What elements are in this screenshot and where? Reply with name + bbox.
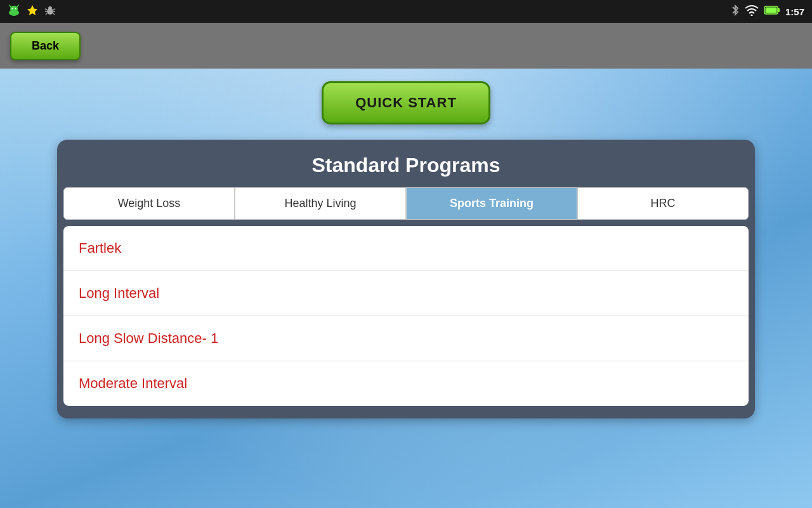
quick-start-button[interactable]: QUICK START: [322, 81, 490, 124]
bluetooth-icon: [731, 4, 740, 19]
programs-title: Standard Programs: [57, 140, 755, 187]
status-time: 1:57: [785, 6, 804, 17]
list-item-long-slow-distance[interactable]: Long Slow Distance- 1: [63, 316, 749, 361]
svg-line-3: [17, 5, 18, 7]
svg-line-10: [53, 9, 55, 10]
svg-line-14: [53, 13, 55, 15]
status-right-icons: 1:57: [731, 4, 804, 19]
tab-hrc[interactable]: HRC: [577, 187, 749, 220]
tab-weight-loss[interactable]: Weight Loss: [63, 187, 235, 220]
status-left-icons: [8, 4, 56, 19]
svg-point-4: [12, 8, 13, 10]
status-bar: 1:57: [0, 0, 812, 23]
svg-point-5: [15, 8, 16, 10]
svg-line-2: [10, 5, 11, 7]
battery-icon: [764, 5, 780, 18]
back-button[interactable]: Back: [10, 32, 81, 60]
svg-point-15: [750, 15, 752, 17]
star-icon: [27, 4, 38, 18]
svg-point-8: [48, 6, 52, 10]
list-item-moderate-interval[interactable]: Moderate Interval: [63, 361, 749, 406]
svg-point-1: [10, 6, 18, 12]
programs-list: Fartlek Long Interval Long Slow Distance…: [63, 226, 749, 406]
svg-rect-17: [778, 8, 780, 12]
svg-marker-6: [27, 5, 37, 15]
wifi-icon: [745, 4, 759, 18]
svg-line-13: [46, 13, 47, 15]
svg-rect-18: [765, 8, 776, 13]
android-icon: [8, 4, 20, 19]
tab-healthy-living[interactable]: Healthy Living: [235, 187, 406, 220]
tabs-row: Weight Loss Healthy Living Sports Traini…: [57, 187, 755, 220]
main-content: QUICK START Standard Programs Weight Los…: [0, 69, 812, 508]
top-bar: Back: [0, 23, 812, 69]
programs-card: Standard Programs Weight Loss Healthy Li…: [57, 140, 755, 418]
list-item-long-interval[interactable]: Long Interval: [63, 271, 749, 316]
list-item-fartlek[interactable]: Fartlek: [63, 226, 749, 271]
bug-icon: [44, 4, 56, 18]
svg-line-9: [45, 9, 47, 10]
tab-sports-training[interactable]: Sports Training: [406, 187, 577, 220]
